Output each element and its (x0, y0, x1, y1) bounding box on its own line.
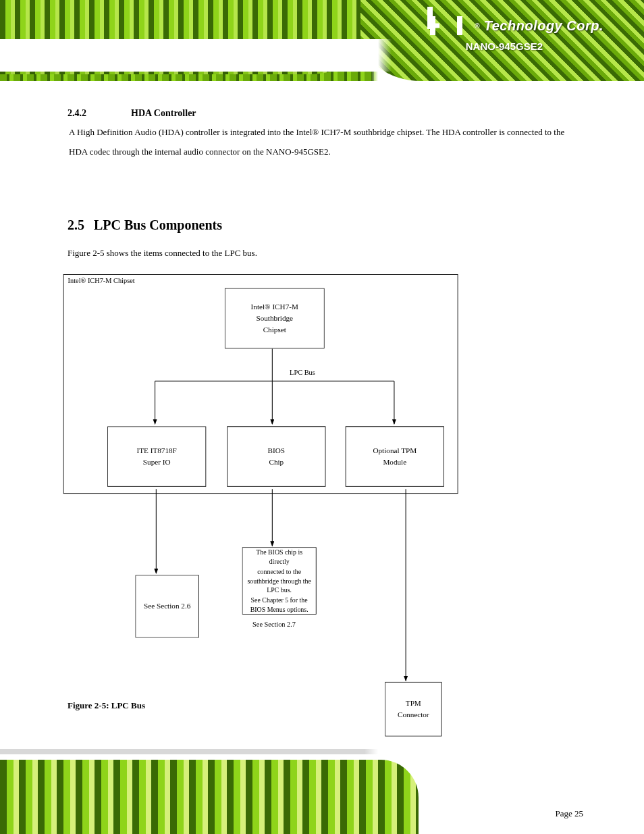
section-heading: 2.4.2 HDA Controller (68, 108, 576, 119)
ich7m-l3: Chipset (263, 324, 286, 336)
bios-text1: The BIOS chip is directly (246, 548, 313, 567)
tpm-l1: Optional TPM (373, 445, 417, 457)
ich7m-l1: Intel® ICH7-M (251, 301, 298, 312)
bios-text4: LPC bus. (267, 585, 292, 595)
section25-number: 2.5 (68, 217, 84, 233)
section-title-text: HDA Controller (131, 108, 196, 119)
bios-text2: connected to the (257, 567, 301, 576)
section26-box: See Section 2.6 (135, 575, 199, 637)
bios-l2: Chip (269, 457, 284, 468)
ich7m-l2: Southbridge (256, 313, 293, 324)
page-content: 2.4.2 HDA Controller A High Definition A… (68, 108, 576, 161)
section-body: A High Definition Audio (HDA) controller… (68, 123, 576, 161)
bios-l1: BIOS (268, 445, 285, 457)
section27-label: See Section 2.7 (252, 621, 296, 629)
superio-l1: ITE IT8718F (137, 445, 177, 457)
tpm-box: Optional TPM Module (346, 426, 444, 486)
superio-l2: Super IO (143, 457, 171, 468)
bios-box: BIOS Chip (227, 426, 325, 486)
logo-mark-icon (427, 12, 469, 39)
section25-title: LPC Bus Components (94, 217, 222, 233)
brand-logo: ® Technology Corp. (427, 12, 603, 39)
page-number: Page 25 (555, 808, 583, 819)
brand-name: Technology Corp. (484, 18, 603, 34)
section-2-5: 2.5 LPC Bus Components Figure 2-5 shows … (68, 217, 576, 263)
bios-text6: BIOS Menus options. (250, 604, 308, 614)
ich7m-group-label: Intel® ICH7-M Chipset (68, 276, 135, 285)
bios-notes-box: The BIOS chip is directly connected to t… (242, 547, 317, 615)
registered-symbol: ® (475, 22, 479, 30)
lpc-diagram: Intel® ICH7-M Chipset Intel® ICH7-M Sout… (62, 274, 491, 692)
tpm-out-l1: TPM (406, 698, 421, 709)
tpm-out-l2: Connector (398, 709, 429, 721)
bios-text5: See Chapter 5 for the (251, 595, 308, 604)
bus-label: LPC Bus (290, 368, 315, 377)
tpm-connector-box: TPM Connector (385, 682, 441, 737)
tpm-l2: Module (383, 457, 406, 468)
ich7m-box: Intel® ICH7-M Southbridge Chipset (225, 288, 325, 348)
superio-box: ITE IT8718F Super IO (107, 426, 206, 486)
section26-text: See Section 2.6 (144, 600, 190, 612)
section-number: 2.4.2 (68, 108, 112, 119)
bios-text3: southbridge through the (247, 576, 311, 585)
figure-caption: Figure 2-5: LPC Bus (68, 700, 145, 711)
section25-body: Figure 2-5 shows the items connected to … (68, 244, 576, 263)
footer-decor (0, 746, 644, 834)
product-name: NANO-945GSE2 (466, 41, 543, 52)
